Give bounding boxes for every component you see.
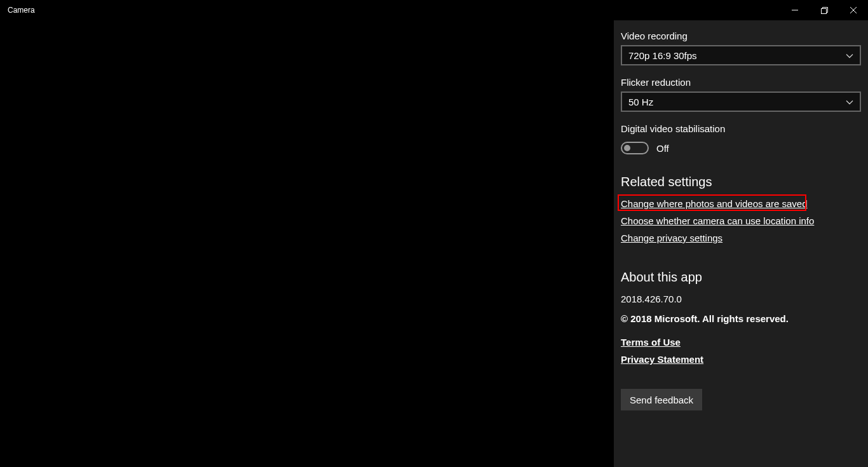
stabilisation-state: Off bbox=[656, 143, 669, 154]
toggle-knob bbox=[624, 145, 630, 151]
change-save-location-link[interactable]: Change where photos and videos are saved bbox=[621, 198, 808, 209]
send-feedback-label: Send feedback bbox=[630, 395, 693, 405]
video-recording-select[interactable]: 720p 16:9 30fps bbox=[621, 45, 861, 65]
video-recording-value: 720p 16:9 30fps bbox=[628, 50, 697, 61]
app-title: Camera bbox=[8, 6, 35, 15]
settings-panel: Video recording 720p 16:9 30fps Flicker … bbox=[614, 20, 868, 467]
app-window: Camera Video recording 720p 16:9 30fps bbox=[0, 0, 868, 467]
related-settings-heading: Related settings bbox=[621, 175, 861, 189]
privacy-statement-link[interactable]: Privacy Statement bbox=[621, 354, 703, 365]
minimize-icon bbox=[792, 7, 798, 13]
change-privacy-settings-link[interactable]: Change privacy settings bbox=[621, 233, 722, 243]
chevron-down-icon bbox=[846, 50, 853, 61]
app-copyright: © 2018 Microsoft. All rights reserved. bbox=[621, 313, 861, 324]
flicker-reduction-label: Flicker reduction bbox=[621, 77, 861, 88]
app-version: 2018.426.70.0 bbox=[621, 294, 861, 304]
camera-location-info-link[interactable]: Choose whether camera can use location i… bbox=[621, 215, 814, 226]
close-button[interactable] bbox=[839, 0, 868, 20]
title-bar: Camera bbox=[0, 0, 868, 20]
about-heading: About this app bbox=[621, 270, 861, 285]
maximize-button[interactable] bbox=[810, 0, 839, 20]
stabilisation-toggle[interactable] bbox=[621, 142, 649, 154]
close-icon bbox=[850, 7, 857, 13]
stabilisation-label: Digital video stabilisation bbox=[621, 123, 861, 134]
svg-rect-1 bbox=[821, 8, 826, 13]
minimize-button[interactable] bbox=[780, 0, 810, 20]
terms-of-use-link[interactable]: Terms of Use bbox=[621, 337, 681, 348]
maximize-icon bbox=[821, 7, 828, 14]
send-feedback-button[interactable]: Send feedback bbox=[621, 389, 702, 410]
camera-viewfinder bbox=[0, 20, 614, 467]
flicker-reduction-value: 50 Hz bbox=[628, 97, 653, 107]
chevron-down-icon bbox=[846, 97, 853, 107]
video-recording-label: Video recording bbox=[621, 30, 861, 41]
flicker-reduction-select[interactable]: 50 Hz bbox=[621, 91, 861, 112]
